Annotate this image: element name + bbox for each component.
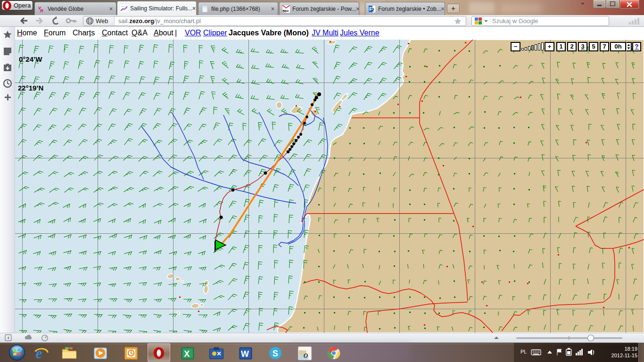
- svg-text:e: e: [36, 346, 42, 361]
- svg-text:o: o: [304, 350, 308, 360]
- svg-text:R: R: [40, 8, 43, 13]
- svg-text:0°24’W: 0°24’W: [19, 55, 42, 63]
- svg-text:W: W: [241, 349, 249, 359]
- svg-text:50+: 50+: [282, 9, 289, 13]
- svg-text:z: z: [372, 7, 374, 12]
- svg-text:22°19’N: 22°19’N: [18, 84, 43, 92]
- svg-text:S: S: [272, 349, 278, 358]
- svg-text:X: X: [184, 349, 190, 359]
